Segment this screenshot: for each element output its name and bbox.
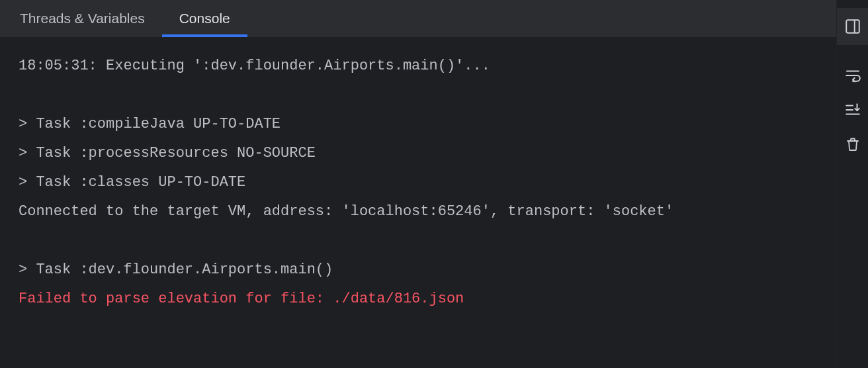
console-line: Connected to the target VM, address: 'lo… — [19, 197, 818, 226]
console-line: 18:05:31: Executing ':dev.flounder.Airpo… — [19, 52, 818, 81]
console-line: Failed to parse elevation for file: ./da… — [19, 285, 818, 314]
clear-all-icon[interactable] — [841, 132, 865, 156]
console-output[interactable]: 18:05:31: Executing ':dev.flounder.Airpo… — [0, 37, 836, 368]
console-line: > Task :processResources NO-SOURCE — [19, 139, 818, 168]
layout-settings-icon[interactable] — [841, 15, 865, 38]
soft-wrap-icon[interactable] — [841, 64, 865, 87]
console-line: > Task :compileJava UP-TO-DATE — [19, 110, 818, 139]
console-line — [19, 226, 818, 255]
scroll-to-end-icon[interactable] — [841, 98, 865, 122]
console-line — [19, 81, 818, 110]
console-line: > Task :classes UP-TO-DATE — [19, 168, 818, 197]
console-line: > Task :dev.flounder.Airports.main() — [19, 255, 818, 285]
side-toolbar — [836, 0, 868, 368]
tab-console[interactable]: Console — [162, 0, 247, 37]
svg-rect-0 — [846, 20, 859, 33]
tab-bar: Threads & Variables Console — [0, 0, 836, 37]
tab-label: Console — [179, 11, 230, 26]
tab-threads-variables[interactable]: Threads & Variables — [3, 0, 162, 37]
tab-label: Threads & Variables — [20, 11, 145, 26]
